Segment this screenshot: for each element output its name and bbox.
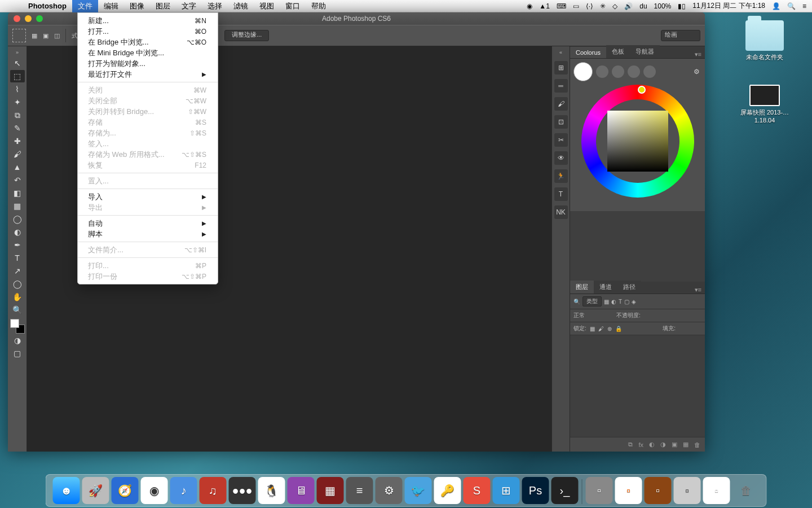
view-icon-3[interactable]: ◫ [54,32,60,40]
tab-paths[interactable]: 路径 [617,281,641,294]
new-layer-icon[interactable]: ▦ [683,441,689,448]
dock-itunes[interactable]: ♪ [170,477,197,504]
minimize-icon[interactable] [25,15,32,22]
menu-edit[interactable]: 编辑 [98,0,124,12]
crop-tool[interactable]: ⧉ [10,109,25,121]
dock-settings[interactable]: ⚙ [376,477,403,504]
menu-view[interactable]: 视图 [254,0,280,12]
dock-terminal[interactable]: ›_ [551,477,579,504]
dock-music[interactable]: ♫ [200,477,227,504]
menu-type[interactable]: 文字 [176,0,202,12]
refine-edge-button[interactable]: 调整边缘... [224,30,269,41]
dock-launchpad[interactable]: 🚀 [82,477,109,504]
panel-icon-9[interactable]: NK [554,205,568,219]
fx-icon[interactable]: fx [638,441,643,448]
color-wheel[interactable] [581,85,694,198]
blur-tool[interactable]: ◯ [10,213,25,225]
lock-move-icon[interactable]: ⊕ [607,326,612,332]
adobe-icon[interactable]: ▲1 [539,2,550,10]
menu-filter[interactable]: 滤镜 [228,0,254,12]
current-color-circle[interactable] [573,62,593,81]
dock-finder[interactable]: ☻ [53,477,80,504]
dock-qq[interactable]: 🐧 [258,477,285,504]
lock-all-icon[interactable]: 🔒 [615,326,622,332]
panel-icon-brush[interactable]: 🖌 [554,97,568,111]
stamp-tool[interactable]: ▲ [10,161,25,173]
dock-cal[interactable]: ▦ [317,477,344,504]
heal-tool[interactable]: ✚ [10,135,25,147]
panel-icon-1[interactable]: ⊞ [554,61,568,75]
filter-pixel-icon[interactable]: ▦ [604,299,609,305]
dock-app1[interactable]: ≡ [346,477,373,504]
dock-stack-1[interactable]: ▫ [586,477,613,504]
view-icon-2[interactable]: ▣ [43,32,48,40]
dock-zip[interactable]: ▫ [674,477,701,504]
dock-1pw[interactable]: 🔑 [434,477,461,504]
layers-list[interactable] [570,335,705,437]
battery-icon[interactable]: ▮▯ [678,2,686,10]
move-tool[interactable]: ↖ [10,57,25,69]
menu-item[interactable]: 自动▶ [78,218,218,229]
lasso-tool[interactable]: ⌇ [10,83,25,95]
dock-stack-2[interactable]: ▫ [615,477,642,504]
dock-chrome[interactable]: ◉ [141,477,168,504]
zoom-tool[interactable]: 🔍 [10,304,25,316]
menu-help[interactable]: 帮助 [306,0,332,12]
menu-item[interactable]: 导入▶ [78,191,218,202]
menu-item[interactable]: 脚本▶ [78,229,218,239]
saturation-value-box[interactable] [607,111,668,172]
view-icon[interactable]: ▦ [32,32,37,40]
history-brush-tool[interactable]: ↶ [10,174,25,186]
maximize-icon[interactable] [36,15,43,22]
dock-photoshop[interactable]: Ps [522,477,549,504]
filter-type-icon[interactable]: T [619,299,622,305]
wifi-icon[interactable]: ◇ [612,2,617,10]
wand-tool[interactable]: ✦ [10,96,25,108]
desktop-screenshot[interactable]: 屏幕快照 2013-…1.18.04 [740,85,789,124]
dock-desktop[interactable]: 🖥 [288,477,315,504]
expand-icon[interactable]: « [559,50,562,56]
dock-trash[interactable]: 🗑 [732,477,760,504]
menu-window[interactable]: 窗口 [280,0,306,12]
eraser-tool[interactable]: ◧ [10,187,25,199]
brush-tool[interactable]: 🖌 [10,148,25,160]
menu-file[interactable]: 文件 [72,0,98,12]
foreground-color[interactable] [10,319,19,328]
menu-select[interactable]: 选择 [202,0,228,12]
gradient-tool[interactable]: ▦ [10,200,25,212]
trash-icon[interactable]: 🗑 [694,441,700,448]
dock-rar[interactable]: ▫ [645,477,672,504]
panel-icon-6[interactable]: 👁 [554,151,568,165]
panel-icon-5[interactable]: ✂ [554,133,568,147]
notification-icon[interactable]: ≡ [802,2,806,10]
group-icon[interactable]: ▣ [672,441,677,448]
menu-item[interactable]: 打开...⌘O [78,26,218,37]
panel-icon-7[interactable]: 🏃 [554,169,568,183]
input-icon[interactable]: ⌨ [557,2,566,10]
collapse-icon[interactable]: » [16,50,19,56]
menu-image[interactable]: 图像 [124,0,150,12]
app-name[interactable]: Photoshop [23,2,72,10]
spotlight-icon[interactable]: 🔍 [787,2,796,10]
desktop-folder[interactable]: 未命名文件夹 [740,20,789,62]
preset-3[interactable] [628,65,640,78]
workspace-dropdown[interactable]: 绘画 [661,30,700,41]
mask-mode-icon[interactable]: ◑ [10,334,25,347]
dodge-tool[interactable]: ◐ [10,226,25,238]
menu-item[interactable]: 在 Bridge 中浏览...⌥⌘O [78,37,218,47]
pen-tool[interactable]: ✒ [10,239,25,251]
menu-item[interactable]: 新建...⌘N [78,15,218,26]
battery-percent[interactable]: 100% [654,2,672,10]
filter-smart-icon[interactable]: ◈ [632,299,636,305]
volume-icon[interactable]: 🔊 [624,2,633,10]
layers-menu-icon[interactable]: ▾≡ [691,286,705,294]
eyedropper-tool[interactable]: ✎ [10,122,25,134]
sync-icon[interactable]: ✳ [600,2,606,10]
lock-trans-icon[interactable]: ▦ [590,326,595,332]
filter-kind-dropdown[interactable]: 类型 [582,296,602,306]
panel-icon-text[interactable]: T [554,187,568,201]
tab-navigator[interactable]: 导航器 [630,45,660,58]
du-icon[interactable]: du [639,2,647,10]
adjustment-icon[interactable]: ◑ [660,441,666,448]
filter-icon[interactable]: 🔍 [573,299,580,305]
